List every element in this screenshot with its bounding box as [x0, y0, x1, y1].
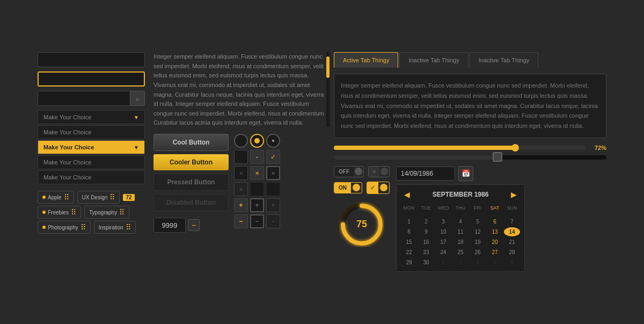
input-field-2[interactable] [38, 71, 145, 87]
toggle-check-switch[interactable]: ✓ [367, 182, 390, 194]
cal-day-5[interactable]: 5 [470, 217, 486, 226]
minus-icon-plain[interactable]: − [266, 214, 280, 228]
checkbox-checked-1[interactable]: ✓ [266, 150, 280, 164]
cal-day-15[interactable]: 15 [401, 237, 417, 247]
input-field-1[interactable] [38, 52, 145, 67]
search-input[interactable] [38, 91, 145, 106]
scroll-handle[interactable] [326, 56, 330, 78]
cal-day-12[interactable]: 12 [470, 227, 486, 236]
cal-day-20[interactable]: 20 [487, 237, 503, 247]
cal-day-header-sun: SUN [504, 204, 520, 212]
tab-inactive-1[interactable]: Inactive Tab Thingy [399, 52, 468, 68]
cal-day-22[interactable]: 22 [401, 248, 417, 257]
tab-active[interactable]: Active Tab Thingy [334, 52, 398, 68]
tag-menu-typography[interactable]: ⠿ [119, 208, 125, 217]
tag-dot-3 [42, 226, 46, 229]
tag-apple[interactable]: Active Tab Thingy Apple ⠿ [38, 191, 74, 204]
tag-photography[interactable]: Photography ⠿ [38, 221, 91, 234]
cool-button[interactable]: Cool Button [153, 134, 229, 151]
toggle-off-label: OFF [334, 167, 354, 177]
slider-handle-1[interactable] [511, 144, 519, 152]
checkbox-empty-1[interactable] [234, 150, 248, 164]
cal-day-6[interactable]: 6 [487, 217, 503, 226]
number-input[interactable] [153, 218, 186, 233]
number-decrement-btn[interactable]: − [188, 219, 200, 231]
cal-day-21[interactable]: 21 [504, 237, 520, 247]
cal-day-29[interactable]: 29 [401, 258, 417, 267]
pressed-button[interactable]: Pressed Button [153, 174, 229, 191]
x-icon-dark[interactable]: ✕ [234, 166, 248, 180]
slider-track-1[interactable] [334, 146, 586, 150]
cooler-button[interactable]: Cooler Button [153, 154, 229, 170]
cal-day-3[interactable]: 3 [435, 217, 451, 226]
toggle-on-switch[interactable]: ON [334, 182, 362, 193]
tab-inactive-2[interactable]: Inactive Tab Thingy [470, 52, 538, 68]
toggle-off-row: OFF ✕ [334, 166, 390, 177]
checkbox-filled-1[interactable]: ▪ [250, 150, 264, 164]
cal-day-19[interactable]: 19 [470, 237, 486, 247]
toggle-x-switch[interactable]: ✕ [368, 166, 390, 177]
cal-day-13[interactable]: 13 [487, 227, 503, 236]
tag-inspiration[interactable]: Inspiration ⠿ [94, 221, 136, 234]
dropdown-item-3[interactable]: Make Your Choice ▼ [38, 140, 145, 154]
minus-icon-outline[interactable]: − [250, 214, 264, 228]
cal-day-24[interactable]: 24 [435, 248, 451, 257]
tag-typography[interactable]: Typography ⠿ [84, 206, 129, 219]
x-icon-plain[interactable]: ✕ [234, 182, 248, 196]
tag-freebies[interactable]: Freebies ⠿ [38, 206, 81, 219]
cal-day-4[interactable]: 4 [452, 217, 469, 226]
date-cal-section: 📅 ◀ SEPTEMBER 1986 ▶ MON TU [396, 166, 525, 272]
cal-day-empty-3 [435, 213, 451, 216]
cal-day-14[interactable]: 14 [504, 227, 520, 236]
toggle-ball-on [353, 184, 360, 191]
search-icon-btn[interactable]: ⌕ [130, 91, 145, 106]
cal-day-18[interactable]: 18 [452, 237, 469, 247]
cal-day-28[interactable]: 28 [504, 248, 520, 257]
cal-day-2[interactable]: 2 [418, 217, 434, 226]
minus-icon-colored[interactable]: − [234, 214, 248, 228]
tag-menu-photography[interactable]: ⠿ [80, 223, 86, 232]
cal-day-26[interactable]: 26 [470, 248, 486, 257]
tag-menu-freebies[interactable]: ⠿ [71, 208, 76, 217]
tag-ux-design[interactable]: UX Design ⠿ [77, 191, 120, 204]
plus-icon-plain[interactable]: + [266, 198, 280, 212]
tag-menu-apple[interactable]: ⠿ [64, 193, 69, 201]
x-icon-colored[interactable]: ✕ [250, 166, 264, 180]
cal-day-next-1: 1 [435, 258, 451, 267]
cal-day-27[interactable]: 27 [487, 248, 503, 257]
calendar-toggle-btn[interactable]: 📅 [458, 166, 473, 181]
x-icon-outline[interactable]: ✕ [266, 166, 280, 180]
tag-menu-ux[interactable]: ⠿ [109, 193, 115, 201]
cal-day-23[interactable]: 23 [418, 248, 434, 257]
cal-day-16[interactable]: 16 [418, 237, 434, 247]
plus-icon-outline[interactable]: + [250, 198, 264, 212]
dropdown-item-1[interactable]: Make Your Choice ▼ [38, 110, 145, 124]
cal-day-1[interactable]: 1 [401, 217, 417, 226]
cal-day-17[interactable]: 17 [435, 237, 451, 247]
tag-menu-inspiration[interactable]: ⠿ [126, 223, 131, 232]
dropdown-item-2[interactable]: Make Your Choice [38, 125, 145, 139]
date-input[interactable] [396, 167, 455, 181]
cal-day-11[interactable]: 11 [452, 227, 469, 236]
sliders-section: 72% [334, 145, 606, 160]
radio-filled-1[interactable] [250, 134, 264, 148]
cal-day-8[interactable]: 8 [401, 227, 417, 236]
dropdown-item-4[interactable]: Make Your Choice [38, 155, 145, 169]
cal-day-7[interactable]: 7 [504, 217, 520, 226]
toggle-on-label: ON [334, 183, 351, 193]
cal-day-25[interactable]: 25 [452, 248, 469, 257]
toggle-check-label: ✓ [367, 182, 378, 193]
plus-icon-colored[interactable]: + [234, 198, 248, 212]
cal-day-9[interactable]: 9 [418, 227, 434, 236]
radio-dot-1[interactable] [266, 134, 280, 148]
toggle-off-switch[interactable]: OFF [334, 166, 364, 177]
radio-empty-1[interactable] [234, 134, 248, 148]
dropdown-item-5[interactable]: Make Your Choice [38, 170, 145, 184]
cal-day-10[interactable]: 10 [435, 227, 451, 236]
cal-day-30[interactable]: 30 [418, 258, 434, 267]
icon-cell-empty-1 [250, 182, 264, 196]
slider-handle-2[interactable] [493, 152, 502, 162]
cal-prev-btn[interactable]: ◀ [401, 189, 413, 200]
cal-next-btn[interactable]: ▶ [508, 189, 520, 200]
slider-track-2[interactable] [334, 155, 606, 160]
